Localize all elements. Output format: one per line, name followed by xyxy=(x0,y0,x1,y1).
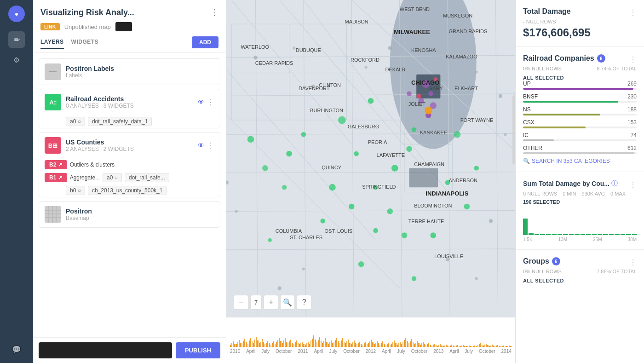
groups-menu[interactable]: ⋮ xyxy=(629,258,637,267)
visibility-icon-railroad[interactable]: 👁 xyxy=(198,98,204,106)
help-button[interactable]: ? xyxy=(297,295,311,310)
time-bar xyxy=(315,340,316,347)
total-damage-null-rows: - NULL ROWS xyxy=(523,19,637,24)
widget-railroad-companies: Railroad Companies 6 ⋮ 0% NULL ROWS 8.74… xyxy=(516,47,644,172)
svg-point-47 xyxy=(262,165,268,171)
layer-name-us-counties: US Counties xyxy=(66,138,193,146)
time-bar xyxy=(417,341,418,347)
map-canvas[interactable]: MILWAUKEE CHICAGO INDIANAPOLIS OST. LOUI… xyxy=(226,0,515,317)
svg-point-63 xyxy=(418,98,424,104)
time-bar xyxy=(262,339,263,347)
sum-damage-info-icon[interactable]: ⓘ xyxy=(611,179,618,188)
nav-icon-settings[interactable]: ⚙ xyxy=(8,52,25,68)
svg-point-73 xyxy=(311,85,315,88)
tab-layers[interactable]: LAYERS xyxy=(40,36,64,49)
widget-sum-total-damage: Sum Total Damage by Cou... ⓘ ⋮ 0 NULL RO… xyxy=(516,172,644,250)
app-logo[interactable]: ● xyxy=(8,6,25,22)
histogram-bar xyxy=(552,234,556,235)
time-bar xyxy=(303,344,304,347)
search-categories-btn[interactable]: 🔍 SEARCH IN 353 CATEGORIES xyxy=(523,158,637,164)
histogram-bar xyxy=(615,234,619,235)
time-bar xyxy=(346,341,347,347)
menu-icon-railroad[interactable]: ⋮ xyxy=(207,98,214,107)
data-chip-cb2013: cb_2013_us_county_500k_1 xyxy=(88,186,167,195)
analysis-chip-b1[interactable]: B1 ↗ xyxy=(45,173,67,182)
svg-point-74 xyxy=(364,66,367,69)
time-bar xyxy=(313,335,314,347)
layer-name-positron-labels: Positron Labels xyxy=(66,65,210,72)
histogram-bar xyxy=(535,234,539,235)
railroad-companies-menu[interactable]: ⋮ xyxy=(629,55,637,64)
histogram-bar xyxy=(621,234,625,235)
data-chip-b0: b0 ○ xyxy=(66,186,85,195)
time-bar xyxy=(306,343,307,347)
search-map-button[interactable]: 🔍 xyxy=(280,295,295,310)
time-bar xyxy=(288,343,288,347)
map-scrollbar[interactable] xyxy=(512,95,515,164)
bar-count-ic: 74 xyxy=(631,132,637,138)
railroad-companies-badge: 6 xyxy=(597,54,605,63)
time-bar xyxy=(486,344,487,347)
sum-damage-menu[interactable]: ⋮ xyxy=(629,180,637,189)
time-bar xyxy=(355,343,356,347)
add-button[interactable]: ADD xyxy=(192,36,218,48)
bar-item-bnsf: BNSF 230 xyxy=(523,93,637,103)
total-damage-value: $176,606,695 xyxy=(523,26,637,39)
time-bar xyxy=(289,341,290,347)
time-bar xyxy=(402,342,403,347)
time-bar xyxy=(391,344,392,347)
time-bar xyxy=(359,342,360,347)
svg-point-84 xyxy=(302,267,305,270)
link-badge[interactable]: LINK xyxy=(40,23,60,30)
time-bar xyxy=(371,340,372,347)
time-bar xyxy=(326,342,327,347)
time-bar xyxy=(269,343,270,347)
histogram-bars[interactable] xyxy=(523,207,637,235)
time-bar xyxy=(256,337,257,347)
unpublished-text: Unpublished map xyxy=(64,23,111,30)
bar-fill-up xyxy=(523,88,633,90)
visibility-icon-counties[interactable]: 👁 xyxy=(198,142,204,149)
time-bar xyxy=(413,342,414,347)
svg-point-40 xyxy=(349,204,355,210)
time-bar xyxy=(295,342,296,347)
time-bar xyxy=(277,340,278,347)
menu-icon-counties[interactable]: ⋮ xyxy=(207,141,214,150)
zoom-out-button[interactable]: − xyxy=(234,295,248,310)
tab-widgets[interactable]: WIDGETS xyxy=(71,36,99,49)
time-bar xyxy=(263,342,264,347)
analysis-chip-b2[interactable]: B2 ↗ xyxy=(45,160,67,169)
svg-point-37 xyxy=(338,116,346,124)
total-damage-menu[interactable]: ⋮ xyxy=(629,8,637,17)
icon-sidebar: ● ✏ ⚙ 💬 xyxy=(0,0,33,363)
time-bar xyxy=(250,338,251,347)
layer-card-positron-labels: — Positron Labels Labels xyxy=(39,58,220,85)
bar-fill-ns xyxy=(523,114,600,115)
analysis-data-dot: dot_rail_safe... xyxy=(125,173,169,182)
svg-point-79 xyxy=(489,219,493,223)
time-bars[interactable] xyxy=(226,319,515,347)
hist-label-3: 25M xyxy=(593,237,602,242)
time-bar xyxy=(234,344,235,347)
nav-icon-edit[interactable]: ✏ xyxy=(8,31,25,48)
groups-null-rows: 0% NULL ROWS xyxy=(523,269,562,274)
histogram-bar xyxy=(632,234,637,235)
time-bar xyxy=(252,341,253,347)
nav-icon-chat[interactable]: 💬 xyxy=(8,341,25,357)
time-bar xyxy=(249,340,250,347)
histogram-bar xyxy=(603,234,608,235)
layer-sub-positron-basemap: Basemap xyxy=(66,215,214,221)
hist-label-2: 13M xyxy=(558,237,567,242)
time-bar xyxy=(267,341,268,347)
time-bar xyxy=(388,343,389,347)
svg-point-85 xyxy=(277,286,281,290)
layer-sub-us-counties: 2 ANALYSES 2 WIDGETS xyxy=(66,146,193,152)
time-bar xyxy=(231,343,232,347)
publish-button[interactable]: PUBLISH xyxy=(176,342,220,358)
header-menu-icon[interactable]: ⋮ xyxy=(210,7,218,17)
zoom-in-button[interactable]: + xyxy=(264,295,278,310)
svg-point-41 xyxy=(412,127,416,132)
time-bar xyxy=(300,343,301,347)
bar-item-up: UP 269 xyxy=(523,81,637,90)
sum-damage-null-rows: 0 NULL ROWS xyxy=(523,191,557,196)
